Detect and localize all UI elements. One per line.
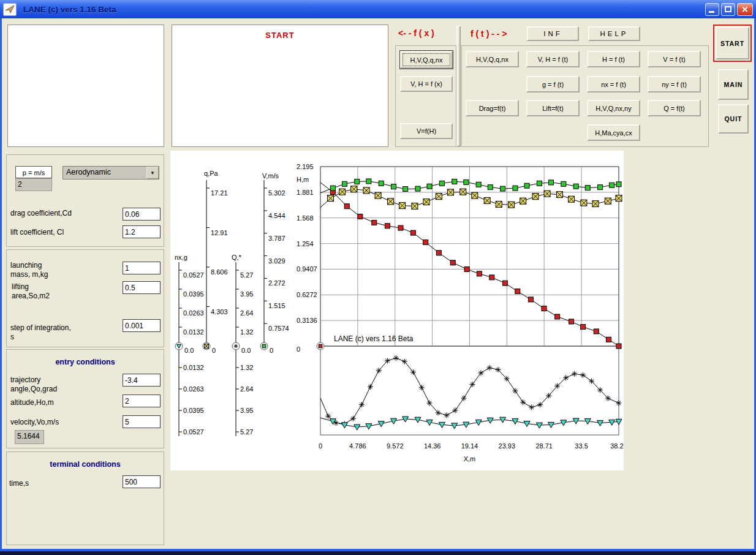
- ft-button-v-h-f-t[interactable]: V, H = f (t): [526, 51, 580, 67]
- velocity-input[interactable]: [123, 415, 161, 428]
- time-input[interactable]: [123, 475, 161, 488]
- help-button[interactable]: HELP: [588, 26, 640, 41]
- ft-button-h-v-q-nx-ny[interactable]: H,V,Q,nx,ny: [587, 100, 640, 116]
- trajectory-chart: nx,g0.05270.03950.02630.01320.01320.0263…: [170, 151, 624, 470]
- ft-button-g-f-t[interactable]: g = f (t): [526, 76, 580, 92]
- svg-text:3.787: 3.787: [268, 235, 285, 242]
- minimize-button[interactable]: [705, 3, 719, 16]
- message-caption: START: [172, 31, 388, 40]
- group-divider: [456, 26, 461, 147]
- fx-button-v-f-h[interactable]: V=f(H): [400, 123, 453, 139]
- maximize-button[interactable]: [721, 3, 735, 16]
- svg-text:V,m/s: V,m/s: [262, 172, 279, 179]
- svg-text:9.572: 9.572: [387, 442, 404, 450]
- ft-button-h-f-t[interactable]: H = f (t): [587, 51, 640, 67]
- titlebar: LANE (c) vers 1.16 Beta ✕: [0, 0, 756, 18]
- model-dropdown[interactable]: Aerodynamic ▼: [62, 166, 159, 179]
- svg-text:38.29: 38.29: [610, 442, 624, 450]
- svg-text:0.0132: 0.0132: [183, 328, 204, 336]
- svg-text:Q,*: Q,*: [232, 254, 242, 261]
- drag-coefficient-input[interactable]: [123, 208, 161, 221]
- fx-header: <- - f ( x ): [398, 28, 434, 38]
- svg-text:1.32: 1.32: [240, 364, 253, 371]
- svg-text:1.254: 1.254: [297, 240, 314, 247]
- launching-mass-input[interactable]: [123, 262, 161, 274]
- svg-text:0: 0: [319, 442, 322, 450]
- inf-button[interactable]: INF: [527, 26, 579, 41]
- ft-button-ny-f-t[interactable]: ny = f (t): [648, 76, 701, 92]
- trajectory-angle-input[interactable]: [123, 374, 161, 387]
- drag-coefficient-label: drag coefficient,Cd: [10, 209, 72, 218]
- svg-text:0.6272: 0.6272: [297, 291, 317, 298]
- ft-button-drag-f-t[interactable]: Drag=f(t): [466, 100, 519, 116]
- svg-text:4.303: 4.303: [211, 308, 228, 315]
- fx-button-v-h-f-x[interactable]: V, H = f (x): [400, 76, 453, 92]
- ft-button-lift-f-t[interactable]: Lift=f(t): [526, 100, 580, 116]
- svg-text:0.7574: 0.7574: [268, 325, 289, 332]
- svg-text:0.0263: 0.0263: [183, 385, 204, 393]
- svg-text:4.786: 4.786: [349, 442, 366, 450]
- p-ms-button[interactable]: p = m/s: [15, 166, 52, 178]
- launching-mass-label: launching mass, m,kg: [10, 261, 48, 279]
- ft-button-h-ma-cya-cx[interactable]: H,Ma,cya,cx: [587, 124, 640, 141]
- svg-text:1.515: 1.515: [268, 302, 285, 309]
- ft-header: f ( t ) - - >: [471, 29, 507, 39]
- svg-text:0.3136: 0.3136: [297, 317, 317, 324]
- svg-text:3.95: 3.95: [240, 290, 253, 298]
- fx-button-h-v-q-q-nx[interactable]: H,V,Q,q,nx: [400, 51, 453, 69]
- ft-button-q-f-t[interactable]: Q = f(t): [648, 100, 701, 116]
- lift-coefficient-label: lift coefficient, Cl: [10, 228, 64, 237]
- svg-text:0.0132: 0.0132: [183, 364, 204, 371]
- start-button-frame: START: [713, 25, 752, 62]
- svg-text:0.0527: 0.0527: [183, 271, 204, 279]
- main-button[interactable]: MAIN: [718, 69, 749, 100]
- close-button[interactable]: ✕: [737, 3, 753, 16]
- ft-button-nx-f-t[interactable]: nx = f (t): [587, 76, 640, 92]
- svg-text:14.36: 14.36: [424, 442, 441, 450]
- svg-text:2.64: 2.64: [240, 309, 253, 317]
- svg-text:q,Pa: q,Pa: [204, 170, 219, 177]
- window-title: LANE (c) vers 1.16 Beta: [23, 5, 703, 14]
- svg-text:0: 0: [297, 345, 300, 353]
- integration-step-label: step of integration, s: [10, 323, 71, 342]
- svg-text:5.27: 5.27: [240, 271, 253, 279]
- svg-text:17.21: 17.21: [211, 189, 228, 197]
- svg-text:0.0263: 0.0263: [183, 309, 204, 317]
- svg-text:0.0: 0.0: [184, 347, 194, 354]
- p-ms-value: 2: [15, 178, 52, 191]
- svg-text:19.14: 19.14: [461, 442, 478, 450]
- lifting-area-label: lifting area,So,m2: [12, 282, 50, 301]
- start-button[interactable]: START: [716, 27, 749, 59]
- svg-text:0.0: 0.0: [241, 347, 251, 354]
- svg-text:12.91: 12.91: [211, 229, 228, 236]
- svg-text:4.544: 4.544: [268, 212, 285, 219]
- window-border-left: [0, 18, 2, 550]
- svg-text:8.606: 8.606: [211, 268, 228, 276]
- velocity-label: velocity,Vo,m/s: [10, 418, 59, 427]
- svg-text:1.881: 1.881: [297, 189, 314, 196]
- ft-button-v-f-t[interactable]: V = f (t): [648, 51, 701, 67]
- output-box-left: [7, 25, 164, 147]
- svg-text:2.64: 2.64: [240, 385, 253, 393]
- altitude-input[interactable]: [123, 395, 161, 407]
- svg-text:2.272: 2.272: [268, 279, 285, 287]
- integration-step-input[interactable]: [123, 319, 161, 332]
- lifting-area-input[interactable]: [123, 281, 161, 294]
- svg-text:28.71: 28.71: [535, 442, 553, 450]
- quit-button[interactable]: QUIT: [718, 104, 749, 134]
- velocity-readout: 5.1644: [15, 430, 44, 444]
- chevron-down-icon[interactable]: ▼: [146, 167, 159, 179]
- svg-text:0.0527: 0.0527: [183, 428, 204, 436]
- entry-conditions-title: entry conditions: [6, 358, 164, 366]
- svg-text:0: 0: [270, 347, 273, 354]
- svg-text:0.9407: 0.9407: [297, 265, 317, 273]
- svg-text:5.302: 5.302: [268, 189, 285, 197]
- svg-text:1.568: 1.568: [297, 214, 314, 222]
- svg-text:23.93: 23.93: [499, 442, 516, 450]
- svg-text:nx,g: nx,g: [175, 254, 187, 261]
- svg-text:3.95: 3.95: [240, 407, 253, 414]
- ft-button-h-v-q-q-nx[interactable]: H,V,Q,q,nx: [466, 51, 519, 67]
- lift-coefficient-input[interactable]: [123, 225, 161, 238]
- terminal-conditions-title: terminal conditions: [6, 460, 164, 469]
- altitude-label: altitude,Ho,m: [10, 398, 54, 407]
